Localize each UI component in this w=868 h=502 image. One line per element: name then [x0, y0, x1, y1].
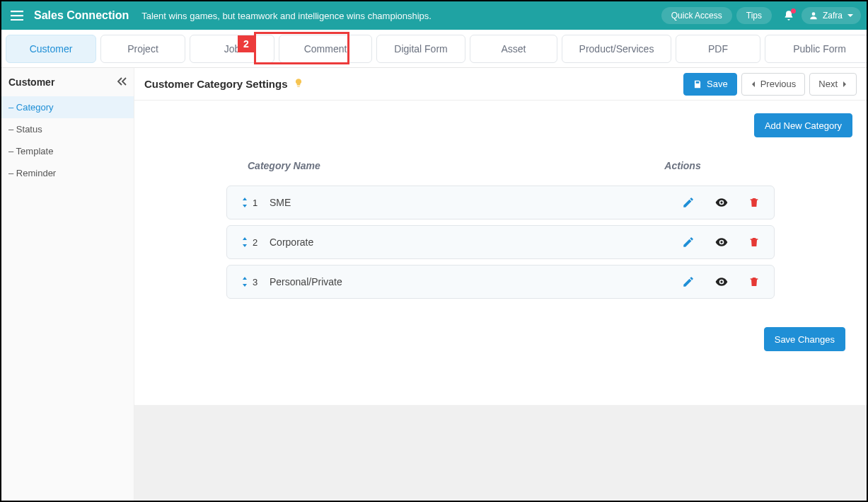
edit-icon[interactable] [682, 236, 695, 249]
category-name: Personal/Private [270, 276, 647, 287]
sort-icon [241, 198, 248, 207]
category-name: Corporate [270, 236, 647, 248]
panel-body: Add New Category Category Name Actions 1… [134, 101, 867, 405]
sidebar: Customer – Category – Status – Template … [1, 68, 134, 501]
drag-handle[interactable]: 2 [241, 237, 270, 248]
panel-header: Customer Category Settings Save Previous… [134, 68, 867, 101]
drag-handle[interactable]: 1 [241, 198, 270, 208]
brand-title: Sales Connection [34, 9, 129, 22]
sort-icon [241, 277, 248, 287]
delete-icon[interactable] [748, 275, 760, 288]
tab-job[interactable]: Job [190, 35, 274, 63]
row-order: 1 [253, 198, 257, 208]
sort-icon [241, 237, 248, 247]
notification-dot [791, 8, 796, 13]
lightbulb-icon[interactable] [294, 78, 303, 90]
delete-icon[interactable] [748, 196, 760, 209]
previous-button[interactable]: Previous [741, 73, 806, 96]
svg-rect-0 [11, 11, 23, 12]
row-order: 3 [253, 277, 257, 287]
delete-icon[interactable] [748, 236, 760, 249]
tab-comment[interactable]: Comment [279, 35, 372, 63]
edit-icon[interactable] [682, 196, 695, 209]
add-new-category-button[interactable]: Add New Category [754, 113, 852, 137]
edit-icon[interactable] [682, 275, 695, 288]
chevron-down-icon [847, 12, 854, 19]
sidebar-item-status[interactable]: – Status [1, 118, 134, 140]
visibility-icon[interactable] [714, 275, 729, 289]
category-row: 1 SME [226, 186, 775, 219]
top-bar: Sales Connection Talent wins games, but … [1, 1, 867, 30]
sidebar-title-row: Customer [1, 68, 134, 96]
tab-customer[interactable]: Customer [6, 35, 96, 63]
save-button[interactable]: Save [683, 73, 737, 96]
next-button[interactable]: Next [809, 73, 857, 96]
save-changes-button[interactable]: Save Changes [764, 327, 845, 351]
row-order: 2 [253, 237, 257, 248]
chevron-right-icon [842, 81, 847, 88]
visibility-icon[interactable] [714, 235, 729, 249]
sidebar-collapse-icon[interactable] [117, 76, 127, 88]
tagline-text: Talent wins games, but teamwork and inte… [141, 11, 432, 21]
svg-point-3 [812, 12, 816, 16]
tab-digital-form[interactable]: Digital Form [376, 35, 465, 63]
content-area: Customer – Category – Status – Template … [1, 68, 867, 501]
save-icon [693, 79, 702, 89]
tab-asset[interactable]: Asset [470, 35, 557, 63]
user-name-label: Zafra [823, 11, 843, 21]
drag-handle[interactable]: 3 [241, 277, 270, 287]
main-panel: Customer Category Settings Save Previous… [134, 68, 867, 501]
category-row: 3 Personal/Private [226, 265, 775, 299]
tab-public-form[interactable]: Public Form [765, 35, 868, 63]
column-category-name: Category Name [248, 160, 612, 171]
notifications-icon[interactable] [779, 6, 799, 25]
tab-product-services[interactable]: Product/Services [562, 35, 671, 63]
quick-access-button[interactable]: Quick Access [661, 7, 732, 24]
svg-rect-2 [11, 19, 23, 21]
sidebar-item-category[interactable]: – Category [1, 96, 134, 118]
user-icon [809, 11, 818, 21]
page-title: Customer Category Settings [144, 78, 303, 90]
chevron-left-icon [751, 81, 756, 88]
sidebar-item-template[interactable]: – Template [1, 140, 134, 162]
sidebar-item-reminder[interactable]: – Reminder [1, 162, 134, 184]
module-tabs: Customer Project Job Comment Digital For… [1, 30, 867, 68]
table-header: Category Name Actions [226, 152, 775, 180]
column-actions: Actions [612, 160, 753, 171]
tab-project[interactable]: Project [100, 35, 185, 63]
sidebar-title: Customer [8, 76, 54, 88]
category-name: SME [270, 197, 647, 208]
menu-icon[interactable] [7, 6, 27, 25]
tab-pdf[interactable]: PDF [676, 35, 760, 63]
tips-button[interactable]: Tips [736, 7, 772, 24]
category-row: 2 Corporate [226, 225, 775, 259]
user-menu[interactable]: Zafra [802, 7, 861, 24]
annotation-step-badge: 2 [238, 35, 255, 52]
svg-rect-1 [11, 15, 23, 16]
visibility-icon[interactable] [714, 195, 729, 210]
